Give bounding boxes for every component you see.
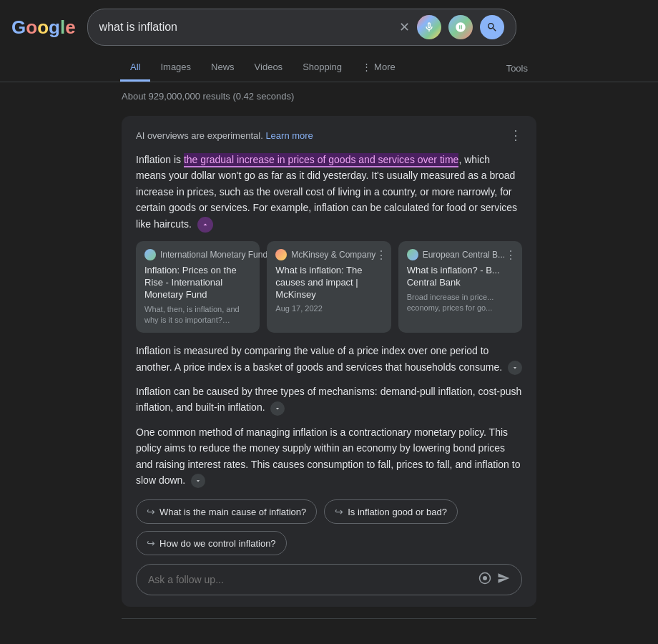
search-bar[interactable]: ✕ [87,9,516,46]
expand-button-2[interactable] [508,361,522,375]
ai-overview-paragraph3: Inflation can be caused by three types o… [136,384,522,416]
page-divider [122,618,536,619]
followup-question-1[interactable]: ↪ What is the main cause of inflation? [136,499,317,524]
highlight-text: the gradual increase in prices of goods … [184,153,458,167]
clear-icon[interactable]: ✕ [399,19,410,35]
google-logo: Google [11,16,76,39]
followup-arrow-1: ↪ [147,506,155,517]
nav-tabs: All Images News Videos Shopping ⋮ More T… [0,54,658,82]
search-submit-button[interactable] [480,15,504,39]
source-card-imf[interactable]: International Monetary Fund ⋮ Inflation:… [136,241,260,333]
ai-overview-label: AI overviews are experimental. Learn mor… [136,130,313,141]
ecb-favicon [407,249,418,260]
ask-followup-container[interactable] [136,564,522,595]
ask-followup-input[interactable] [148,574,471,585]
tab-shopping[interactable]: Shopping [293,54,352,82]
ecb-more-button[interactable]: ⋮ [505,248,516,262]
learn-more-link[interactable]: Learn more [265,130,313,141]
imf-favicon [144,249,156,260]
tab-videos[interactable]: Videos [245,54,293,82]
ai-overview-paragraph4: One common method of managing inflation … [136,424,522,489]
ecb-card-title: What is inflation? - B... Central Bank [407,265,514,289]
mckinsey-favicon [275,249,287,260]
ecb-card-excerpt: Broad increase in price... economy, pric… [407,292,514,314]
followup-questions: ↪ What is the main cause of inflation? ↪… [136,499,522,555]
source-cards: International Monetary Fund ⋮ Inflation:… [136,241,522,333]
tab-tools[interactable]: Tools [496,56,538,81]
ecb-source-name: European Central B... [423,250,505,260]
results-count: About 929,000,000 results (0.42 seconds) [0,82,658,110]
ask-followup-icons [478,572,510,587]
expand-button-3[interactable] [270,401,285,416]
lens-icon[interactable] [448,15,473,39]
tab-news[interactable]: News [201,54,245,82]
ai-overview-section: AI overviews are experimental. Learn mor… [122,116,536,607]
imf-card-title: Inflation: Prices on the Rise - Internat… [144,265,251,301]
ask-send-button[interactable] [497,572,510,587]
tab-all[interactable]: All [120,54,150,82]
followup-question-2[interactable]: ↪ Is inflation good or bad? [324,499,458,524]
source-card-ecb[interactable]: European Central B... ⋮ What is inflatio… [398,241,522,333]
ai-overview-paragraph2: Inflation is measured by comparing the v… [136,343,522,375]
followup-arrow-3: ↪ [147,537,155,549]
imf-source-name: International Monetary Fund [160,250,267,260]
tab-more[interactable]: ⋮ More [352,54,406,82]
expand-button-1[interactable] [197,217,213,233]
ask-lens-button[interactable] [478,572,491,587]
header: Google ✕ [0,0,658,54]
source-card-mckinsey[interactable]: McKinsey & Company ⋮ What is inflation: … [267,241,391,333]
mckinsey-card-title: What is inflation: The causes and impact… [275,265,382,301]
tab-images[interactable]: Images [150,54,201,82]
followup-question-3[interactable]: ↪ How do we control inflation? [136,531,287,555]
svg-point-1 [483,576,487,580]
mckinsey-more-button[interactable]: ⋮ [375,248,387,262]
imf-card-excerpt: What, then, is inflation, and why is it … [144,304,251,326]
mckinsey-card-meta: Aug 17, 2022 [275,304,382,313]
ai-overview-header: AI overviews are experimental. Learn mor… [136,127,522,143]
ai-overview-more-options-button[interactable]: ⋮ [509,127,522,143]
search-icons: ✕ [399,15,504,39]
ai-overview-paragraph1: Inflation is the gradual increase in pri… [136,152,522,233]
expand-button-4[interactable] [191,474,205,488]
mckinsey-source-name: McKinsey & Company [291,250,375,260]
followup-arrow-2: ↪ [335,506,343,517]
more-dots-icon: ⋮ [362,62,371,72]
search-input[interactable] [99,21,393,34]
mic-icon[interactable] [417,15,441,39]
